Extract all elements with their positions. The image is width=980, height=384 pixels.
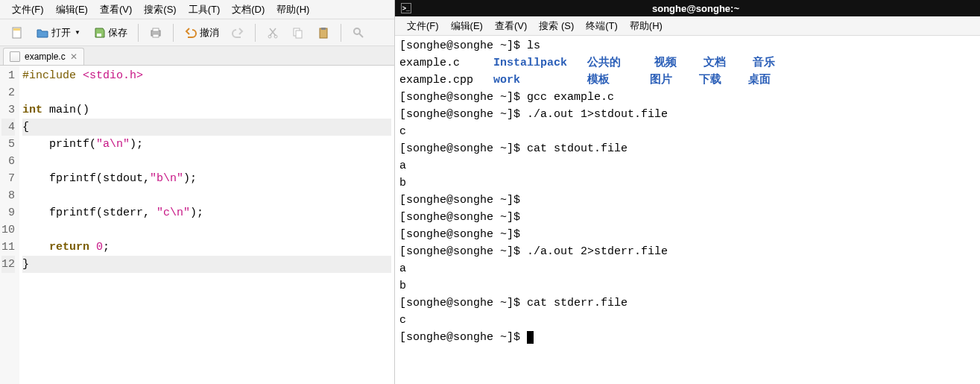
redo-icon [231, 26, 244, 40]
terminal-cursor [527, 331, 534, 344]
terminal-app-icon: >_ [401, 3, 411, 13]
undo-button[interactable]: 撤消 [180, 23, 224, 43]
svg-rect-4 [153, 28, 159, 31]
term-menu-view[interactable]: 查看(V) [489, 18, 533, 34]
toolbar-separator [341, 24, 341, 42]
menu-file[interactable]: 文件(F) [6, 1, 50, 18]
svg-rect-11 [321, 28, 326, 30]
terminal-titlebar: >_ songhe@songhe:~ [395, 0, 980, 16]
new-button[interactable] [6, 23, 28, 43]
save-icon [92, 26, 106, 40]
undo-icon [184, 26, 197, 40]
term-menu-edit[interactable]: 编辑(E) [445, 18, 489, 34]
new-file-icon [10, 26, 24, 40]
cut-button[interactable] [262, 23, 284, 43]
line-gutter: 123456789101112 [0, 66, 19, 384]
code-editor[interactable]: 123456789101112 #include <stdio.h> int m… [0, 66, 394, 384]
svg-rect-5 [153, 34, 159, 37]
redo-button[interactable] [227, 23, 249, 43]
tab-bar: example.c ✕ [0, 46, 394, 66]
menu-help[interactable]: 帮助(H) [271, 1, 315, 18]
terminal-output[interactable]: [songhe@songhe ~]$ lsexample.c Installpa… [395, 36, 980, 384]
paste-button[interactable] [312, 23, 335, 43]
undo-label: 撤消 [200, 26, 219, 40]
open-label: 打开 [51, 26, 71, 40]
toolbar-separator [255, 24, 256, 42]
code-content[interactable]: #include <stdio.h> int main(){ printf("a… [19, 66, 394, 384]
tab-example-c[interactable]: example.c ✕ [3, 48, 84, 65]
menu-view[interactable]: 查看(V) [94, 1, 138, 18]
svg-rect-2 [97, 34, 101, 37]
term-menu-file[interactable]: 文件(F) [401, 18, 445, 34]
open-dropdown-icon[interactable]: ▼ [75, 29, 80, 36]
editor-toolbar: 打开 ▼ 保存 撤消 [0, 19, 394, 46]
svg-rect-1 [13, 28, 20, 31]
file-icon [10, 51, 20, 62]
copy-button[interactable] [287, 23, 309, 43]
toolbar-separator [138, 24, 139, 42]
print-button[interactable] [145, 23, 167, 43]
term-menu-terminal[interactable]: 终端(T) [580, 18, 624, 34]
save-button[interactable]: 保存 [88, 23, 132, 43]
print-icon [149, 26, 162, 40]
save-label: 保存 [108, 26, 127, 40]
find-button[interactable] [347, 23, 370, 43]
folder-open-icon [36, 26, 49, 40]
toolbar-separator [173, 24, 174, 42]
term-menu-help[interactable]: 帮助(H) [624, 18, 668, 34]
menu-tools[interactable]: 工具(T) [183, 1, 227, 18]
copy-icon [291, 26, 305, 40]
svg-point-12 [354, 28, 360, 34]
editor-pane: 文件(F) 编辑(E) 查看(V) 搜索(S) 工具(T) 文档(D) 帮助(H… [0, 0, 395, 384]
paste-icon [317, 26, 330, 40]
search-icon [352, 26, 365, 40]
tab-label: example.c [25, 51, 66, 62]
term-menu-search[interactable]: 搜索 (S) [533, 18, 580, 34]
menu-search[interactable]: 搜索(S) [138, 1, 182, 18]
editor-menubar: 文件(F) 编辑(E) 查看(V) 搜索(S) 工具(T) 文档(D) 帮助(H… [0, 0, 394, 19]
terminal-menubar: 文件(F) 编辑(E) 查看(V) 搜索 (S) 终端(T) 帮助(H) [395, 16, 980, 36]
menu-edit[interactable]: 编辑(E) [50, 1, 94, 18]
terminal-pane: >_ songhe@songhe:~ 文件(F) 编辑(E) 查看(V) 搜索 … [395, 0, 980, 384]
terminal-title: songhe@songhe:~ [417, 3, 974, 14]
menu-documents[interactable]: 文档(D) [226, 1, 271, 18]
tab-close-icon[interactable]: ✕ [70, 51, 78, 62]
open-button[interactable]: 打开 ▼ [31, 23, 85, 43]
svg-rect-9 [296, 31, 302, 38]
cut-icon [266, 26, 279, 40]
